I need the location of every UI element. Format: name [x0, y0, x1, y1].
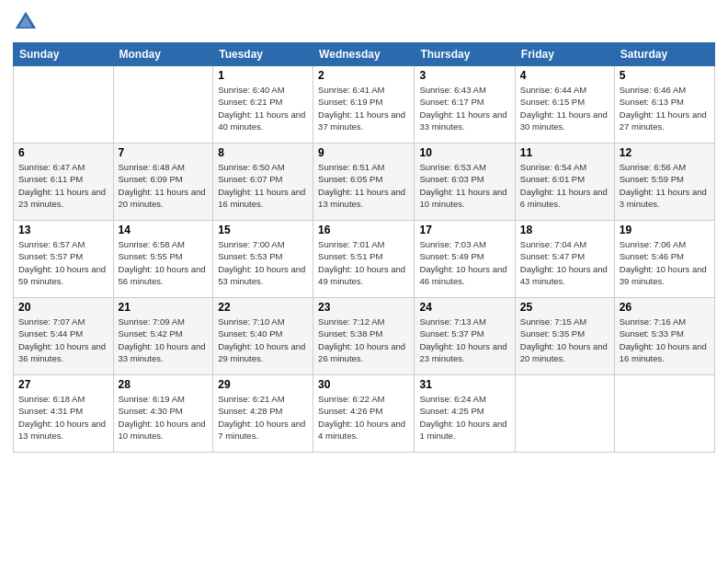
col-header-thursday: Thursday [415, 43, 515, 66]
day-info: Sunrise: 6:58 AMSunset: 5:55 PMDaylight:… [119, 238, 209, 287]
day-info: Sunrise: 6:51 AMSunset: 6:05 PMDaylight:… [318, 161, 409, 210]
day-number: 26 [620, 301, 710, 314]
day-cell: 20Sunrise: 7:07 AMSunset: 5:44 PMDayligh… [14, 298, 114, 375]
col-header-saturday: Saturday [614, 43, 714, 66]
day-cell: 4Sunrise: 6:44 AMSunset: 6:15 PMDaylight… [515, 66, 614, 144]
day-cell: 15Sunrise: 7:00 AMSunset: 5:53 PMDayligh… [213, 221, 313, 298]
day-info: Sunrise: 7:00 AMSunset: 5:53 PMDaylight:… [218, 238, 308, 287]
week-row-4: 20Sunrise: 7:07 AMSunset: 5:44 PMDayligh… [14, 298, 715, 375]
day-info: Sunrise: 7:01 AMSunset: 5:51 PMDaylight:… [318, 238, 409, 287]
day-number: 21 [119, 301, 209, 314]
day-number: 8 [218, 146, 308, 159]
day-cell: 12Sunrise: 6:56 AMSunset: 5:59 PMDayligh… [614, 144, 714, 221]
day-number: 28 [119, 378, 209, 391]
week-row-2: 6Sunrise: 6:47 AMSunset: 6:11 PMDaylight… [14, 144, 715, 221]
day-cell: 26Sunrise: 7:16 AMSunset: 5:33 PMDayligh… [614, 298, 714, 375]
day-cell: 9Sunrise: 6:51 AMSunset: 6:05 PMDaylight… [313, 144, 415, 221]
day-cell: 10Sunrise: 6:53 AMSunset: 6:03 PMDayligh… [415, 144, 515, 221]
day-cell: 18Sunrise: 7:04 AMSunset: 5:47 PMDayligh… [515, 221, 614, 298]
day-info: Sunrise: 6:50 AMSunset: 6:07 PMDaylight:… [218, 161, 308, 210]
day-number: 24 [419, 301, 509, 314]
day-number: 29 [218, 378, 308, 391]
day-info: Sunrise: 6:47 AMSunset: 6:11 PMDaylight:… [18, 161, 108, 210]
day-info: Sunrise: 7:10 AMSunset: 5:40 PMDaylight:… [218, 316, 308, 364]
day-number: 25 [520, 301, 609, 314]
day-number: 9 [318, 146, 409, 159]
day-cell: 16Sunrise: 7:01 AMSunset: 5:51 PMDayligh… [313, 221, 415, 298]
day-info: Sunrise: 6:18 AMSunset: 4:31 PMDaylight:… [18, 393, 108, 442]
day-info: Sunrise: 6:41 AMSunset: 6:19 PMDaylight:… [318, 84, 409, 132]
day-number: 10 [419, 146, 509, 159]
week-row-1: 1Sunrise: 6:40 AMSunset: 6:21 PMDaylight… [14, 66, 715, 144]
day-cell: 11Sunrise: 6:54 AMSunset: 6:01 PMDayligh… [515, 144, 614, 221]
day-number: 23 [318, 301, 409, 314]
day-cell [614, 375, 714, 453]
day-cell: 21Sunrise: 7:09 AMSunset: 5:42 PMDayligh… [113, 298, 213, 375]
day-number: 31 [419, 378, 509, 391]
day-cell: 3Sunrise: 6:43 AMSunset: 6:17 PMDaylight… [415, 66, 515, 144]
day-cell: 23Sunrise: 7:12 AMSunset: 5:38 PMDayligh… [313, 298, 415, 375]
day-cell: 24Sunrise: 7:13 AMSunset: 5:37 PMDayligh… [415, 298, 515, 375]
day-number: 7 [119, 146, 209, 159]
day-number: 11 [520, 146, 609, 159]
day-cell: 31Sunrise: 6:24 AMSunset: 4:25 PMDayligh… [415, 375, 515, 453]
page: SundayMondayTuesdayWednesdayThursdayFrid… [0, 0, 728, 563]
day-cell [515, 375, 614, 453]
day-info: Sunrise: 7:16 AMSunset: 5:33 PMDaylight:… [620, 316, 710, 364]
col-header-monday: Monday [113, 43, 213, 66]
day-info: Sunrise: 6:40 AMSunset: 6:21 PMDaylight:… [218, 84, 308, 132]
header-row: SundayMondayTuesdayWednesdayThursdayFrid… [14, 43, 715, 66]
day-info: Sunrise: 6:56 AMSunset: 5:59 PMDaylight:… [620, 161, 710, 210]
day-cell: 27Sunrise: 6:18 AMSunset: 4:31 PMDayligh… [14, 375, 114, 453]
day-number: 12 [620, 146, 710, 159]
day-info: Sunrise: 7:09 AMSunset: 5:42 PMDaylight:… [119, 316, 209, 364]
day-number: 30 [318, 378, 409, 391]
week-row-5: 27Sunrise: 6:18 AMSunset: 4:31 PMDayligh… [14, 375, 715, 453]
day-cell: 8Sunrise: 6:50 AMSunset: 6:07 PMDaylight… [213, 144, 313, 221]
day-number: 4 [520, 69, 609, 82]
day-cell: 22Sunrise: 7:10 AMSunset: 5:40 PMDayligh… [213, 298, 313, 375]
day-cell: 19Sunrise: 7:06 AMSunset: 5:46 PMDayligh… [614, 221, 714, 298]
col-header-wednesday: Wednesday [313, 43, 415, 66]
day-number: 19 [620, 224, 710, 236]
day-number: 22 [218, 301, 308, 314]
day-info: Sunrise: 6:53 AMSunset: 6:03 PMDaylight:… [419, 161, 509, 210]
day-cell: 29Sunrise: 6:21 AMSunset: 4:28 PMDayligh… [213, 375, 313, 453]
day-number: 3 [419, 69, 509, 82]
day-cell: 13Sunrise: 6:57 AMSunset: 5:57 PMDayligh… [14, 221, 114, 298]
day-cell [14, 66, 114, 144]
day-cell: 2Sunrise: 6:41 AMSunset: 6:19 PMDaylight… [313, 66, 415, 144]
day-cell: 5Sunrise: 6:46 AMSunset: 6:13 PMDaylight… [614, 66, 714, 144]
day-number: 5 [620, 69, 710, 82]
col-header-tuesday: Tuesday [213, 43, 313, 66]
day-info: Sunrise: 6:21 AMSunset: 4:28 PMDaylight:… [218, 393, 308, 442]
day-cell: 1Sunrise: 6:40 AMSunset: 6:21 PMDaylight… [213, 66, 313, 144]
day-number: 27 [18, 378, 108, 391]
day-number: 17 [419, 224, 509, 236]
day-number: 1 [218, 69, 308, 82]
day-info: Sunrise: 6:43 AMSunset: 6:17 PMDaylight:… [419, 84, 509, 132]
day-cell: 7Sunrise: 6:48 AMSunset: 6:09 PMDaylight… [113, 144, 213, 221]
day-number: 6 [18, 146, 108, 159]
day-number: 20 [18, 301, 108, 314]
header [13, 9, 715, 35]
day-info: Sunrise: 6:57 AMSunset: 5:57 PMDaylight:… [18, 238, 108, 287]
day-number: 2 [318, 69, 409, 82]
logo [13, 9, 40, 35]
day-number: 13 [18, 224, 108, 236]
day-info: Sunrise: 6:48 AMSunset: 6:09 PMDaylight:… [119, 161, 209, 210]
day-info: Sunrise: 7:13 AMSunset: 5:37 PMDaylight:… [419, 316, 509, 364]
day-info: Sunrise: 7:06 AMSunset: 5:46 PMDaylight:… [620, 238, 710, 287]
day-cell: 28Sunrise: 6:19 AMSunset: 4:30 PMDayligh… [113, 375, 213, 453]
day-cell: 14Sunrise: 6:58 AMSunset: 5:55 PMDayligh… [113, 221, 213, 298]
col-header-sunday: Sunday [14, 43, 114, 66]
day-number: 18 [520, 224, 609, 236]
day-cell: 6Sunrise: 6:47 AMSunset: 6:11 PMDaylight… [14, 144, 114, 221]
day-info: Sunrise: 6:54 AMSunset: 6:01 PMDaylight:… [520, 161, 609, 210]
col-header-friday: Friday [515, 43, 614, 66]
day-number: 15 [218, 224, 308, 236]
day-info: Sunrise: 6:46 AMSunset: 6:13 PMDaylight:… [620, 84, 710, 132]
day-info: Sunrise: 7:15 AMSunset: 5:35 PMDaylight:… [520, 316, 609, 364]
day-info: Sunrise: 7:03 AMSunset: 5:49 PMDaylight:… [419, 238, 509, 287]
day-cell: 30Sunrise: 6:22 AMSunset: 4:26 PMDayligh… [313, 375, 415, 453]
